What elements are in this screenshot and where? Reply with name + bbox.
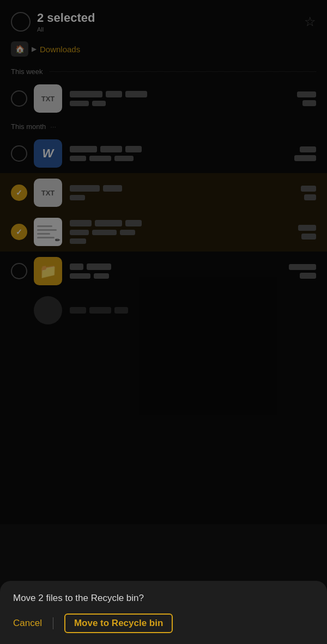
dialog-message: Move 2 files to the Recycle bin? [13, 593, 314, 604]
dialog-actions: Cancel Move to Recycle bin [13, 614, 314, 633]
dialog-scrim [0, 0, 327, 524]
dialog-divider [53, 617, 53, 629]
move-to-recycle-bin-button[interactable]: Move to Recycle bin [64, 614, 173, 633]
cancel-button[interactable]: Cancel [13, 616, 42, 631]
confirm-dialog: Move 2 files to the Recycle bin? Cancel … [0, 581, 327, 644]
